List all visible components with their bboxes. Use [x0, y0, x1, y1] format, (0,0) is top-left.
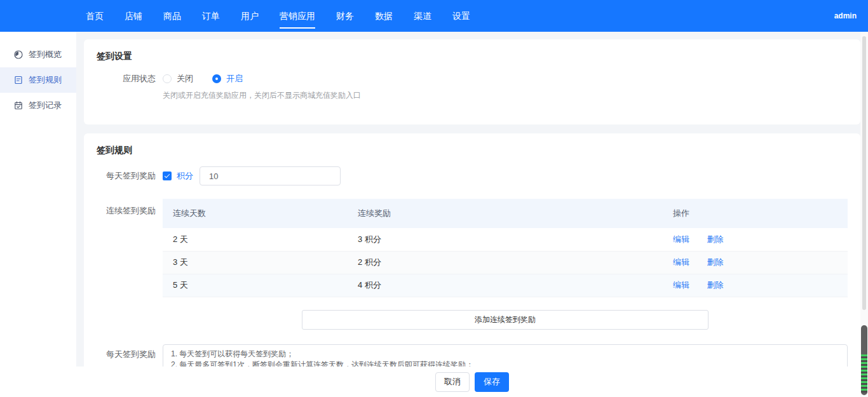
signin-settings-card: 签到设置 应用状态 关闭 开启 关闭或开启充值奖励应用，关闭后不显示商城充值奖励… [84, 39, 860, 124]
app-status-row: 应用状态 关闭 开启 [97, 72, 848, 85]
continuous-reward-table: 连续天数 连续奖励 操作 2 天 3 积分 编辑 删除 3 天 2 积分 编辑 … [163, 199, 848, 297]
reward-cell: 4 积分 [348, 274, 663, 297]
save-button[interactable]: 保存 [475, 372, 509, 392]
scrollbar-thumb-outer[interactable] [861, 325, 867, 395]
delete-link[interactable]: 删除 [707, 257, 724, 267]
nav-item-order[interactable]: 订单 [202, 0, 220, 32]
continuous-reward-row: 连续签到奖励 连续天数 连续奖励 操作 2 天 3 积分 编辑 删除 [97, 199, 848, 330]
nav-item-marketing[interactable]: 营销应用 [280, 0, 315, 32]
nav-item-user[interactable]: 用户 [241, 0, 259, 32]
points-checkbox[interactable] [163, 172, 172, 180]
nav-item-finance[interactable]: 财务 [336, 0, 354, 32]
settings-card-title: 签到设置 [97, 50, 848, 62]
rules-card-title: 签到规则 [97, 144, 848, 156]
sidebar: 签到概览 签到规则 签到记录 [0, 32, 76, 367]
points-input[interactable] [200, 166, 341, 185]
signin-rules-card: 签到规则 每天签到奖励 积分 连续签到奖励 连续天数 连续奖励 操作 [84, 133, 860, 367]
points-label: 积分 [177, 170, 193, 182]
edit-link[interactable]: 编辑 [673, 280, 689, 290]
edit-link[interactable]: 编辑 [673, 234, 689, 244]
col-reward-header: 连续奖励 [348, 199, 663, 228]
daily-notes-row: 每天签到奖励 1. 每天签到可以获得每天签到奖励； 2. 每天最多可签到1次，断… [97, 344, 848, 367]
ops-cell: 编辑 删除 [663, 228, 848, 251]
reward-cell: 3 积分 [348, 228, 663, 251]
radio-checked-icon[interactable] [212, 74, 221, 83]
edit-link[interactable]: 编辑 [673, 257, 689, 267]
file-icon [14, 76, 23, 84]
days-cell: 3 天 [163, 251, 348, 274]
reward-table-row: 5 天 4 积分 编辑 删除 [163, 274, 848, 297]
reward-table-body: 2 天 3 积分 编辑 删除 3 天 2 积分 编辑 删除 5 天 4 积分 编… [163, 228, 848, 297]
reward-table-row: 2 天 3 积分 编辑 删除 [163, 228, 848, 251]
reward-cell: 2 积分 [348, 251, 663, 274]
radio-unchecked-icon[interactable] [163, 74, 172, 83]
days-cell: 5 天 [163, 274, 348, 297]
daily-reward-row: 每天签到奖励 积分 [97, 166, 848, 185]
radio-open[interactable]: 开启 [212, 73, 243, 84]
top-nav: 首页店铺商品订单用户营销应用财务数据渠道设置 [86, 0, 491, 32]
col-ops-header: 操作 [663, 199, 848, 228]
sidebar-item-signin-overview[interactable]: 签到概览 [0, 42, 76, 67]
ops-cell: 编辑 删除 [663, 274, 848, 297]
main-content: 签到设置 应用状态 关闭 开启 关闭或开启充值奖励应用，关闭后不显示商城充值奖励… [76, 32, 868, 367]
app-status-radios: 关闭 开启 [163, 73, 848, 84]
table-header-row: 连续天数 连续奖励 操作 [163, 199, 848, 228]
col-days-header: 连续天数 [163, 199, 348, 228]
sidebar-item-signin-rules[interactable]: 签到规则 [0, 67, 76, 93]
footer-action-bar: 取消 保存 [0, 367, 868, 397]
admin-user-menu[interactable]: admin [834, 0, 857, 32]
delete-link[interactable]: 删除 [707, 280, 724, 290]
cancel-button[interactable]: 取消 [435, 372, 470, 392]
active-nav-underline [280, 27, 315, 29]
radio-closed[interactable]: 关闭 [163, 73, 193, 84]
ops-cell: 编辑 删除 [663, 251, 848, 274]
nav-item-shop[interactable]: 店铺 [125, 0, 142, 32]
nav-item-product[interactable]: 商品 [163, 0, 181, 32]
add-continuous-reward-button[interactable]: 添加连续签到奖励 [302, 310, 709, 330]
daily-signin-notes-textarea[interactable]: 1. 每天签到可以获得每天签到奖励； 2. 每天最多可签到1次，断签则会重新计算… [163, 344, 848, 367]
top-header: 首页店铺商品订单用户营销应用财务数据渠道设置 admin [0, 0, 868, 32]
nav-item-settings[interactable]: 设置 [452, 0, 470, 32]
daily-notes-label: 每天签到奖励 [97, 344, 156, 361]
nav-item-channel[interactable]: 渠道 [414, 0, 431, 32]
sidebar-item-signin-records[interactable]: 签到记录 [0, 93, 76, 118]
daily-reward-label: 每天签到奖励 [97, 170, 156, 182]
app-status-label: 应用状态 [97, 72, 156, 85]
days-cell: 2 天 [163, 228, 348, 251]
nav-item-home[interactable]: 首页 [86, 0, 104, 32]
clock-icon [14, 50, 23, 59]
continuous-reward-label: 连续签到奖励 [97, 199, 156, 217]
nav-item-data[interactable]: 数据 [375, 0, 393, 32]
app-status-help-text: 关闭或开启充值奖励应用，关闭后不显示商城充值奖励入口 [163, 90, 848, 101]
page-scrollbar[interactable] [860, 32, 868, 397]
delete-link[interactable]: 删除 [707, 234, 724, 244]
calendar-icon [14, 101, 23, 110]
reward-table-row: 3 天 2 积分 编辑 删除 [163, 251, 848, 274]
scrollbar-thumb-inner[interactable] [862, 36, 866, 310]
